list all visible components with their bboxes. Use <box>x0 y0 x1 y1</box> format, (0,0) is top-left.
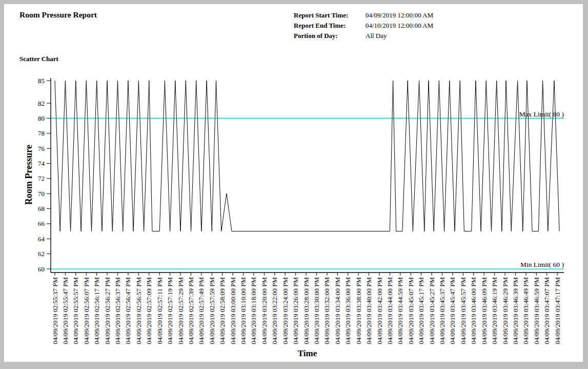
report-end-time-row: Report End Time: 04/10/2019 12:00:00 AM <box>294 21 509 31</box>
report-start-time-value: 04/09/2019 12:00:00 AM <box>366 10 433 21</box>
report-start-time-label: Report Start Time: <box>294 10 363 21</box>
page-title: Room Pressure Report <box>19 10 97 20</box>
report-start-time-row: Report Start Time: 04/09/2019 12:00:00 A… <box>294 10 509 21</box>
portion-of-day-label: Portion of Day: <box>294 31 363 41</box>
portion-of-day-value: All Day <box>366 31 387 41</box>
report-info-block: Report Start Time: 04/09/2019 12:00:00 A… <box>294 10 509 41</box>
portion-of-day-row: Portion of Day: All Day <box>294 31 509 41</box>
report-end-time-value: 04/10/2019 12:00:00 AM <box>366 21 433 31</box>
report-end-time-label: Report End Time: <box>294 21 363 31</box>
report-page: Room Pressure Report Report Start Time: … <box>4 4 583 362</box>
chart-section-title: Scatter Chart <box>19 55 58 63</box>
